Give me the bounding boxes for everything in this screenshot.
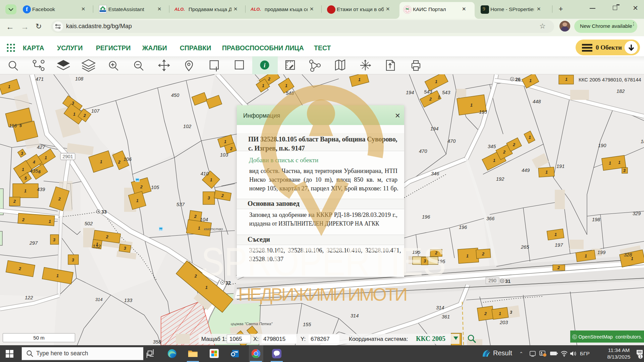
- svg-text:450: 450: [171, 93, 179, 98]
- svg-text:5: 5: [24, 176, 27, 181]
- svg-text:2: 2: [106, 235, 108, 239]
- svg-text:1: 1: [438, 95, 440, 100]
- svg-text:182: 182: [616, 88, 625, 94]
- svg-text:1: 1: [358, 77, 361, 82]
- svg-text:18: 18: [641, 139, 644, 144]
- svg-text:435: 435: [30, 168, 38, 174]
- svg-text:3: 3: [53, 238, 55, 242]
- svg-text:5: 5: [19, 123, 22, 128]
- svg-text:1: 1: [466, 254, 469, 258]
- svg-text:346: 346: [431, 171, 439, 176]
- svg-text:439: 439: [37, 187, 45, 192]
- svg-text:155: 155: [303, 322, 311, 327]
- svg-text:1: 1: [554, 232, 557, 237]
- svg-text:448: 448: [533, 99, 541, 104]
- svg-text:133: 133: [124, 298, 132, 303]
- svg-text:329: 329: [633, 211, 641, 216]
- svg-text:1: 1: [545, 170, 548, 175]
- svg-text:2: 2: [140, 185, 143, 189]
- svg-text:1: 1: [499, 311, 501, 316]
- svg-text:2: 2: [484, 311, 487, 316]
- svg-text:3: 3: [124, 246, 126, 251]
- svg-text:1: 1: [198, 226, 200, 231]
- svg-text:190: 190: [598, 143, 606, 148]
- svg-text:196: 196: [459, 225, 467, 230]
- svg-text:2: 2: [230, 146, 232, 151]
- svg-text:1: 1: [100, 160, 102, 164]
- svg-text:265: 265: [521, 244, 529, 250]
- svg-text:1: 1: [565, 77, 568, 82]
- svg-text:6: 6: [38, 170, 41, 174]
- svg-text:2: 2: [429, 97, 432, 102]
- svg-text:2: 2: [13, 199, 16, 204]
- svg-text:4: 4: [33, 160, 35, 165]
- svg-text:1: 1: [631, 256, 633, 261]
- svg-text:2: 2: [268, 77, 270, 81]
- svg-text:32: 32: [225, 280, 231, 286]
- svg-text:449: 449: [522, 168, 530, 173]
- svg-text:2: 2: [18, 266, 21, 271]
- svg-text:105: 105: [151, 185, 159, 190]
- svg-text:314: 314: [95, 297, 103, 302]
- svg-text:198: 198: [592, 217, 600, 222]
- svg-text:1: 1: [73, 112, 75, 117]
- svg-text:2: 2: [58, 197, 61, 201]
- svg-text:3: 3: [21, 151, 23, 156]
- svg-text:537: 537: [176, 202, 185, 207]
- svg-text:33: 33: [101, 209, 107, 215]
- svg-text:366: 366: [486, 216, 495, 221]
- svg-text:543: 543: [442, 90, 450, 95]
- svg-text:1: 1: [585, 254, 587, 258]
- svg-text:502: 502: [85, 221, 93, 226]
- svg-text:361: 361: [442, 314, 450, 319]
- svg-text:194: 194: [406, 90, 414, 95]
- svg-text:314: 314: [351, 313, 359, 318]
- svg-text:3: 3: [623, 168, 626, 173]
- svg-text:116: 116: [9, 123, 17, 128]
- svg-text:2: 2: [513, 142, 515, 147]
- svg-text:1: 1: [470, 103, 473, 108]
- svg-text:191: 191: [556, 164, 565, 169]
- svg-text:195: 195: [412, 249, 421, 255]
- svg-text:199: 199: [597, 250, 605, 255]
- svg-text:2: 2: [83, 113, 86, 118]
- svg-text:108: 108: [75, 76, 83, 81]
- svg-text:1: 1: [529, 78, 532, 83]
- svg-text:2901: 2901: [62, 154, 73, 159]
- svg-text:470: 470: [447, 138, 455, 144]
- svg-text:193: 193: [479, 109, 487, 115]
- svg-text:194: 194: [430, 126, 438, 131]
- svg-text:1: 1: [8, 84, 10, 89]
- svg-text:31: 31: [505, 279, 511, 284]
- svg-text:1: 1: [618, 160, 621, 165]
- svg-text:471: 471: [36, 76, 44, 82]
- svg-text:3: 3: [208, 196, 210, 200]
- svg-text:203: 203: [499, 320, 508, 325]
- svg-text:345: 345: [488, 144, 496, 149]
- svg-text:1: 1: [24, 189, 26, 193]
- svg-text:2: 2: [221, 193, 224, 198]
- svg-text:1: 1: [56, 274, 59, 278]
- svg-text:1: 1: [210, 178, 212, 182]
- svg-text:1: 1: [435, 79, 437, 84]
- svg-text:2: 2: [22, 218, 24, 222]
- svg-text:2: 2: [435, 251, 437, 255]
- svg-text:кметство: кметство: [204, 227, 223, 231]
- svg-text:197: 197: [555, 242, 563, 248]
- svg-text:i: i: [264, 62, 266, 69]
- svg-text:122: 122: [25, 295, 33, 300]
- svg-text:църква "Света Петка": църква "Света Петка": [231, 322, 273, 326]
- svg-text:2: 2: [482, 252, 484, 256]
- svg-text:543: 543: [424, 89, 432, 95]
- svg-text:1: 1: [45, 156, 47, 160]
- svg-text:104: 104: [200, 217, 208, 222]
- svg-text:1: 1: [136, 198, 139, 203]
- svg-text:192: 192: [496, 176, 504, 182]
- svg-text:427: 427: [37, 144, 45, 150]
- svg-text:2: 2: [118, 160, 120, 165]
- svg-text:1: 1: [493, 158, 495, 163]
- svg-text:410: 410: [201, 171, 209, 176]
- svg-text:314: 314: [436, 305, 444, 310]
- svg-text:3: 3: [72, 258, 74, 262]
- svg-text:3: 3: [72, 101, 74, 106]
